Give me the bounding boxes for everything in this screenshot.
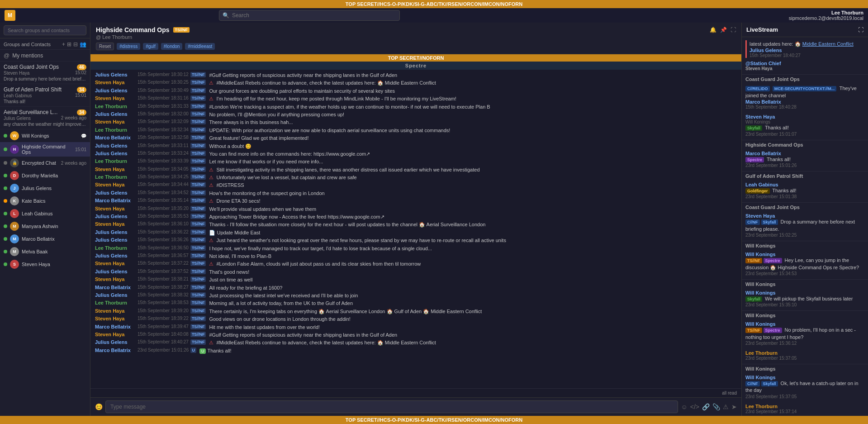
filter-icon[interactable]: ⊞ — [67, 41, 71, 48]
chat-title: Highside Command Ops TS//NF — [96, 26, 190, 33]
ls-message: @Station Chief Steven Haya — [745, 59, 864, 72]
sidebar-contact-leah[interactable]: L Leah Gabinus — [0, 207, 90, 220]
message-sender: Marco Bellatrix — [95, 135, 136, 140]
tag-distress[interactable]: #distress — [117, 43, 140, 50]
message-classification: TS//NF — [190, 198, 206, 203]
ls-link-middleeast[interactable]: Middle Eastern Conflict — [802, 41, 854, 47]
message-timestamp: 15th September 18:35:14 — [138, 198, 189, 203]
message-input[interactable] — [105, 400, 678, 413]
message-row: Steven Haya15th September 18:39:20TS//NF… — [90, 308, 741, 315]
attachment-icon[interactable]: 📎 — [712, 403, 720, 410]
sidebar-contact-manyara[interactable]: M Manyara Ashwin — [0, 220, 90, 233]
alert-icon: ⚠ — [209, 340, 215, 345]
tag-middleeast[interactable]: #middleeast — [185, 43, 215, 50]
avatar: W — [10, 131, 19, 140]
message-row: Steven Haya15th September 18:34:05TS//NF… — [90, 166, 741, 174]
alert-icon: ⚠ — [209, 198, 215, 204]
pin-icon[interactable]: 📌 — [720, 27, 727, 33]
livestream-expand-icon[interactable]: ⛶ — [858, 27, 863, 33]
message-sender: Lee Thorburn — [95, 158, 136, 164]
tag-gulf[interactable]: #gulf — [143, 43, 158, 50]
message-text: ⚠ #DISTRESS — [209, 182, 737, 189]
message-sender: Marco Bellatrix — [95, 348, 136, 353]
link-icon[interactable]: 🔗 — [702, 403, 710, 410]
status-indicator — [4, 186, 7, 190]
message-timestamp: 15th September 18:36:22 — [138, 229, 189, 234]
ls-will2-skyfall: Will Konings Skyfall We will pickup the … — [745, 289, 864, 309]
sidebar-contact-highside-cmd[interactable]: H Highside Command Ops 15:01 — [0, 142, 90, 157]
tag-london[interactable]: #london — [161, 43, 183, 50]
send-icon[interactable]: ➤ — [731, 403, 737, 410]
message-classification: TS//NF — [190, 214, 206, 219]
message-classification: TS//NF — [190, 276, 206, 282]
alert-icon: ⚠ — [209, 238, 215, 243]
sidebar-contact-encrypted[interactable]: 🔒 Encrypted Chat 2 weeks ago — [0, 157, 90, 169]
sidebar-group-aerial[interactable]: Aerial Surveillance L... 34 Julius Gelen… — [0, 107, 90, 129]
message-sender: Marco Bellatrix — [95, 324, 136, 329]
message-timestamp: 15th September 18:38:53 — [138, 300, 189, 305]
sidebar-icons: + ⊞ ⊟ 👥 — [62, 41, 86, 48]
ls-will1-spectre: Will Konings TS//NFSpectre Hey Lee, can … — [745, 250, 864, 277]
sidebar-contact-kate[interactable]: K Kate Baics — [0, 195, 90, 207]
smiley-icon[interactable]: 😊 — [95, 403, 103, 410]
message-text: ⚠ Unfortunately we've lost a vessel, but… — [209, 174, 737, 181]
message-classification: TS//NF — [190, 221, 206, 227]
ls-red-bar — [745, 40, 747, 58]
message-text: UThanks all! — [199, 348, 737, 354]
sidebar-contact-will-konings[interactable]: W Will Konings 💬 — [0, 129, 90, 142]
alert-icon[interactable]: ⚠ — [723, 403, 729, 410]
classification-banner: TOP SECRET//NOFORN — [90, 54, 741, 62]
people-icon[interactable]: 👥 — [80, 41, 86, 48]
sidebar-group-gulf[interactable]: Gulf of Aden Patrol Shift 34 Leah Gabinu… — [0, 84, 90, 107]
message-sender: Marco Bellatrix — [95, 285, 136, 290]
channel-label: Spectre — [90, 62, 741, 70]
message-text: Good views on our drone locations in Lon… — [209, 316, 737, 323]
message-row: Marco Bellatrix15th September 18:39:47TS… — [90, 324, 741, 331]
message-text: Not ideal, I'll move to Plan-B — [209, 253, 737, 260]
message-timestamp: 15th September 18:37:52 — [138, 269, 189, 274]
message-classification: TS//NF — [190, 72, 206, 77]
message-sender: Lee Thorburn — [95, 300, 136, 305]
message-text: Just on time as well — [209, 276, 737, 283]
my-mentions[interactable]: @ My mentions — [0, 50, 90, 62]
sidebar-contact-julius[interactable]: J Julius Gelens — [0, 182, 90, 195]
add-icon[interactable]: + — [62, 41, 65, 48]
emoji-icon[interactable]: ☺ — [681, 403, 687, 410]
sidebar-contact-melva[interactable]: M Melva Baak — [0, 245, 90, 258]
message-timestamp: 15th September 18:35:53 — [138, 214, 189, 219]
reset-button[interactable]: Reset — [96, 43, 114, 50]
message-classification: TS//NF — [190, 316, 206, 321]
bell-icon[interactable]: 🔔 — [710, 27, 716, 33]
message-row: Steven Haya15th September 18:32:09TS//NF… — [90, 119, 741, 126]
message-text: #Gulf Getting reports of suspicious acti… — [209, 332, 737, 338]
code-icon[interactable]: </> — [690, 403, 699, 410]
message-text: I hope not, we've finally managed to tra… — [209, 245, 737, 252]
sidebar-group-coast-guard[interactable]: Coast Guard Joint Ops 46 Steven Haya 15:… — [0, 62, 90, 84]
message-timestamp: 15th September 18:34:44 — [138, 182, 189, 187]
sidebar-contact-dorothy[interactable]: D Dorothy Mariella — [0, 169, 90, 182]
sidebar-contact-marco[interactable]: M Marco Bellatrix — [0, 233, 90, 245]
messages-list[interactable]: Julius Gelens15th September 18:30:12TS//… — [90, 70, 741, 388]
sidebar-search-input[interactable] — [4, 25, 86, 35]
message-text: 📄 Update Middle East — [209, 229, 737, 236]
message-classification: TS//NF — [190, 111, 206, 117]
expand-icon[interactable]: ⛶ — [730, 27, 736, 33]
status-indicator — [4, 237, 7, 241]
message-classification: TS//NF — [190, 135, 206, 140]
ls-highside-section: Highside Command Ops Marco Bellatrix Spe… — [742, 140, 868, 172]
message-text: You can find more info on the commands h… — [209, 151, 737, 157]
ls-highside-marco: Marco Bellatrix Spectre Thanks all! 23rd… — [745, 149, 864, 169]
message-text: ⚠ Drone ETA 30 secs! — [209, 198, 737, 205]
message-text: How's the monitoring of the suspect goin… — [209, 190, 737, 197]
header-search-input[interactable] — [219, 10, 400, 21]
message-timestamp: 15th September 18:34:05 — [138, 167, 189, 172]
message-sender: Lee Thorburn — [95, 174, 136, 180]
bookmark-icon[interactable]: ⊟ — [73, 41, 78, 48]
sidebar: Groups and Contacts + ⊞ ⊟ 👥 @ My mention… — [0, 23, 90, 416]
message-text: We'll provide visual updates when we hav… — [209, 206, 737, 213]
message-row: Steven Haya15th September 18:30:25TS//NF… — [90, 79, 741, 87]
sidebar-contact-steven[interactable]: S Steven Haya — [0, 258, 90, 271]
ls-will3-spectre2: Will Konings TS//NFSpectre No problem, I… — [745, 320, 864, 347]
message-text: All ready for the briefing at 1600? — [209, 285, 737, 291]
avatar: M — [10, 222, 19, 231]
